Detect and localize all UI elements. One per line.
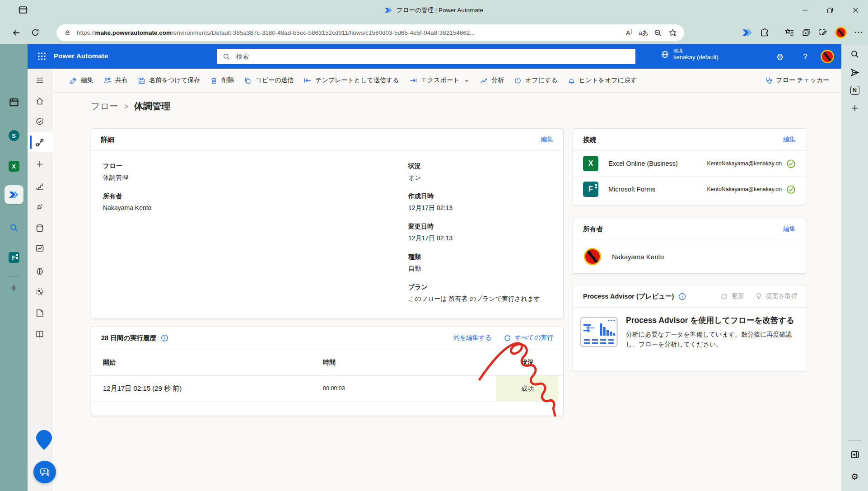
save-as-button[interactable]: 名前をつけて保存 bbox=[133, 72, 205, 89]
nav-ai-builder-icon[interactable] bbox=[35, 267, 44, 276]
sidebar-search-icon[interactable] bbox=[9, 223, 19, 233]
connection-row[interactable]: X Excel Online (Business) KentoNakayama@… bbox=[573, 151, 806, 177]
nav-process-advisor-icon[interactable] bbox=[35, 287, 44, 296]
refresh-button-disabled[interactable]: 更新 bbox=[720, 292, 744, 300]
connections-card: 接続 編集 X Excel Online (Business) KentoNak… bbox=[573, 128, 806, 205]
owner-edit-link[interactable]: 編集 bbox=[783, 225, 796, 233]
all-runs-link[interactable]: すべての実行 bbox=[504, 334, 553, 342]
edit-columns-link[interactable]: 列を編集する bbox=[453, 334, 492, 342]
send-as-template-button[interactable]: テンプレートとして送信する bbox=[299, 72, 404, 89]
address-bar[interactable]: https://make.powerautomate.com/environme… bbox=[56, 24, 684, 41]
waffle-icon[interactable] bbox=[37, 52, 46, 61]
nav-templates-icon[interactable] bbox=[35, 182, 44, 191]
info-icon[interactable] bbox=[678, 293, 686, 300]
workspaces-window-icon[interactable] bbox=[9, 97, 19, 108]
refresh-icon[interactable] bbox=[27, 24, 43, 41]
url-text[interactable]: https://make.powerautomate.com/environme… bbox=[77, 29, 622, 36]
nav-connectors-icon[interactable] bbox=[35, 202, 44, 211]
share-button[interactable]: 共有 bbox=[98, 72, 133, 89]
nav-home-icon[interactable] bbox=[35, 97, 44, 106]
window-title: フローの管理 | Power Automate bbox=[385, 0, 483, 20]
nav-approvals-icon[interactable] bbox=[35, 117, 44, 126]
back-icon[interactable] bbox=[8, 24, 24, 41]
column-header[interactable]: 状況 bbox=[496, 349, 558, 375]
forms-icon[interactable]: F bbox=[9, 252, 19, 263]
web-capture-icon[interactable] bbox=[818, 28, 827, 37]
turn-off-button[interactable]: オフにする bbox=[509, 72, 563, 89]
nav-menu-icon[interactable] bbox=[36, 76, 44, 84]
nav-my-flows-icon[interactable] bbox=[35, 138, 45, 147]
flow-checker-button[interactable]: フロー チェッカー bbox=[759, 72, 834, 89]
pencil-icon bbox=[70, 77, 77, 84]
browser-toolbar: https://make.powerautomate.com/environme… bbox=[0, 20, 868, 44]
app-window: フローの管理 | Power Automate https://make. bbox=[0, 0, 868, 491]
power-automate-extension-icon[interactable] bbox=[742, 28, 752, 37]
column-header[interactable]: 時間 bbox=[323, 349, 336, 375]
details-edit-link[interactable]: 編集 bbox=[541, 136, 553, 144]
nav-data-icon[interactable] bbox=[35, 224, 44, 233]
send-copy-button[interactable]: コピーの送信 bbox=[239, 72, 299, 89]
account-avatar[interactable] bbox=[821, 50, 834, 63]
open-panel-icon[interactable] bbox=[850, 450, 859, 459]
app-brand[interactable]: Power Automate bbox=[54, 52, 108, 60]
chevron-down-icon bbox=[464, 78, 470, 84]
analytics-button[interactable]: 分析 bbox=[475, 72, 509, 89]
run-start-cell[interactable]: 12月17日 02:15 (29 秒 前) bbox=[103, 376, 182, 401]
translate-icon[interactable]: aあ bbox=[636, 26, 651, 40]
lock-icon[interactable] bbox=[64, 29, 71, 36]
browser-menu-icon[interactable]: ··· bbox=[854, 28, 863, 37]
favorite-star-icon[interactable] bbox=[665, 26, 680, 40]
analytics-chart-icon bbox=[480, 76, 488, 84]
field-value: このフローは 所有者 のプランで実行されます bbox=[408, 295, 553, 303]
nav-solutions-icon[interactable] bbox=[35, 309, 44, 318]
details-right-column: 状況オン 作成日時12月17日 02:13 変更日時12月17日 02:13 種… bbox=[408, 162, 553, 313]
extensions-icon[interactable] bbox=[760, 28, 769, 37]
column-header[interactable]: 開始 bbox=[103, 349, 116, 375]
run-history-row[interactable]: 12月17日 02:15 (29 秒 前) 00:00:03 成功 bbox=[91, 376, 563, 402]
right-add-icon[interactable] bbox=[850, 104, 859, 112]
nav-create-icon[interactable] bbox=[36, 160, 44, 168]
notebook-app-icon[interactable]: N bbox=[850, 86, 859, 95]
field-value: オン bbox=[408, 174, 553, 182]
nav-monitor-icon[interactable] bbox=[35, 244, 44, 253]
edit-flow-button[interactable]: 編集 bbox=[65, 72, 98, 89]
breadcrumb-flows-link[interactable]: フロー bbox=[91, 100, 118, 112]
get-suggestions-button-disabled[interactable]: 提案を取得 bbox=[755, 292, 798, 300]
zoom-out-icon[interactable] bbox=[651, 26, 665, 40]
environment-picker[interactable]: 環境 kenakay (default) bbox=[661, 48, 719, 61]
workspaces-icon[interactable] bbox=[18, 5, 28, 15]
map-pin-widget[interactable] bbox=[36, 430, 52, 450]
app-search-box[interactable] bbox=[217, 49, 635, 64]
restore-button[interactable] bbox=[817, 0, 843, 20]
sharepoint-icon[interactable]: S bbox=[9, 130, 19, 141]
connection-row[interactable]: F Microsoft Forms KentoNakayama@kenakay.… bbox=[573, 177, 806, 202]
lightbulb-icon bbox=[755, 293, 762, 300]
sidebar-add-icon[interactable] bbox=[9, 284, 18, 292]
right-settings-icon[interactable]: ⚙ bbox=[851, 472, 859, 481]
close-button[interactable] bbox=[843, 0, 868, 20]
search-input[interactable] bbox=[235, 52, 635, 61]
right-search-icon[interactable] bbox=[850, 50, 859, 59]
microsoft-forms-icon: F bbox=[583, 182, 598, 197]
collections-icon[interactable] bbox=[802, 28, 811, 37]
field-value: 12月17日 02:13 bbox=[408, 234, 553, 243]
minimize-button[interactable] bbox=[792, 0, 817, 20]
help-icon[interactable]: ? bbox=[798, 50, 812, 64]
read-aloud-icon[interactable]: A) bbox=[622, 26, 636, 40]
favorites-bar-icon[interactable] bbox=[785, 28, 794, 37]
delete-button[interactable]: 削除 bbox=[205, 72, 239, 89]
connection-name: Microsoft Forms bbox=[608, 186, 655, 193]
settings-gear-icon[interactable]: ⚙ bbox=[773, 50, 787, 64]
export-button[interactable]: エクスポート bbox=[404, 72, 475, 89]
excel-icon[interactable]: X bbox=[9, 161, 19, 172]
info-icon[interactable] bbox=[161, 334, 168, 342]
connections-edit-link[interactable]: 編集 bbox=[783, 136, 796, 144]
send-plane-icon[interactable] bbox=[850, 68, 859, 77]
browser-profile-avatar[interactable] bbox=[835, 27, 847, 38]
nav-learn-icon[interactable] bbox=[35, 330, 44, 339]
help-chat-button[interactable]: ? bbox=[33, 461, 56, 483]
bell-icon bbox=[568, 77, 575, 84]
field-value: 体調管理 bbox=[103, 174, 408, 182]
turn-hints-off-button[interactable]: ヒントをオフに戻す bbox=[563, 72, 642, 89]
power-automate-sidebar-icon[interactable] bbox=[5, 185, 23, 204]
